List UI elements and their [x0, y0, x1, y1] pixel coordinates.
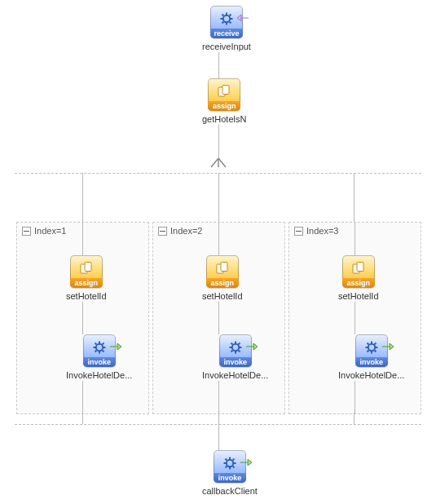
collapse-icon[interactable]	[294, 227, 303, 236]
invoke-icon: invoke	[83, 334, 116, 367]
connector	[218, 302, 219, 334]
connector	[218, 381, 219, 413]
connector	[82, 223, 83, 255]
receive-icon: receive	[210, 6, 243, 38]
arrow-in-icon	[237, 14, 249, 22]
node-label: setHotelId	[338, 291, 379, 301]
node-set-hotel-id[interactable]: assign setHotelId	[66, 255, 107, 301]
collapse-icon[interactable]	[158, 227, 167, 236]
connector	[218, 173, 219, 222]
gear-icon	[220, 12, 233, 25]
arrow-out-icon	[382, 343, 394, 351]
connector	[355, 302, 355, 334]
branch-1[interactable]: Index=1 assign setHotelId invoke InvokeH…	[16, 222, 149, 414]
assign-icon: assign	[70, 255, 103, 288]
node-label: callbackClient	[202, 486, 258, 496]
connector	[354, 413, 355, 424]
assign-icon: assign	[206, 255, 239, 288]
connector	[218, 413, 219, 424]
node-invoke-hotel[interactable]: invoke InvokeHotelDe...	[338, 334, 404, 380]
node-receive-input[interactable]: receive receiveInput	[202, 6, 251, 51]
caption: assign	[208, 101, 240, 111]
arrow-out-icon	[110, 343, 121, 351]
connector	[82, 173, 83, 222]
connector	[355, 381, 355, 413]
gear-icon	[229, 341, 242, 354]
branch-header: Index=1	[22, 226, 66, 236]
branch-header: Index=2	[158, 226, 202, 236]
caption: assign	[206, 278, 239, 288]
collapse-icon[interactable]	[22, 227, 31, 236]
node-get-hotels[interactable]: assign getHotelsN	[202, 78, 246, 124]
node-callback-client[interactable]: invoke callbackClient	[202, 450, 258, 496]
assign-icon: assign	[208, 78, 240, 111]
documents-icon	[352, 262, 365, 275]
invoke-icon: invoke	[355, 334, 388, 367]
documents-icon	[80, 262, 93, 275]
node-label: receiveInput	[202, 42, 251, 51]
caption: receive	[210, 29, 243, 38]
node-invoke-hotel[interactable]: invoke InvokeHotelDe...	[202, 334, 268, 380]
caption: assign	[342, 278, 375, 288]
branch-title: Index=1	[34, 226, 66, 236]
arrow-out-icon	[240, 458, 252, 466]
invoke-icon: invoke	[219, 334, 252, 367]
caption: invoke	[83, 357, 116, 367]
node-invoke-hotel[interactable]: invoke InvokeHotelDe...	[66, 334, 132, 380]
connector	[218, 424, 219, 450]
invoke-icon: invoke	[214, 450, 246, 483]
documents-icon	[218, 85, 231, 98]
gear-icon	[365, 341, 378, 354]
node-label: setHotelId	[202, 291, 243, 301]
connector	[355, 223, 355, 255]
branch-header: Index=3	[294, 226, 338, 236]
node-set-hotel-id[interactable]: assign setHotelId	[338, 255, 379, 301]
connector	[82, 302, 83, 334]
node-label: InvokeHotelDe...	[202, 370, 268, 380]
gear-icon	[223, 457, 236, 470]
connector	[218, 125, 219, 159]
branch-2[interactable]: Index=2 assign setHotelId invoke InvokeH…	[152, 222, 285, 414]
connector	[218, 52, 219, 78]
caption: invoke	[219, 357, 252, 367]
connector	[82, 381, 83, 413]
branch-title: Index=2	[170, 226, 202, 236]
branch-title: Index=3	[306, 226, 338, 236]
node-label: setHotelId	[66, 291, 107, 301]
assign-icon: assign	[342, 255, 375, 288]
caption: invoke	[355, 357, 388, 367]
connector	[354, 173, 355, 222]
caption: invoke	[214, 473, 246, 483]
caption: assign	[70, 278, 103, 288]
documents-icon	[216, 262, 229, 275]
fork-split-icon	[209, 158, 227, 168]
node-label: InvokeHotelDe...	[66, 370, 132, 380]
branch-3[interactable]: Index=3 assign setHotelId invoke InvokeH…	[288, 222, 421, 414]
node-set-hotel-id[interactable]: assign setHotelId	[202, 255, 243, 301]
node-label: InvokeHotelDe...	[338, 370, 404, 380]
gear-icon	[93, 341, 106, 354]
connector	[82, 413, 83, 424]
node-label: getHotelsN	[202, 114, 246, 124]
connector	[218, 223, 219, 255]
arrow-out-icon	[246, 343, 258, 351]
